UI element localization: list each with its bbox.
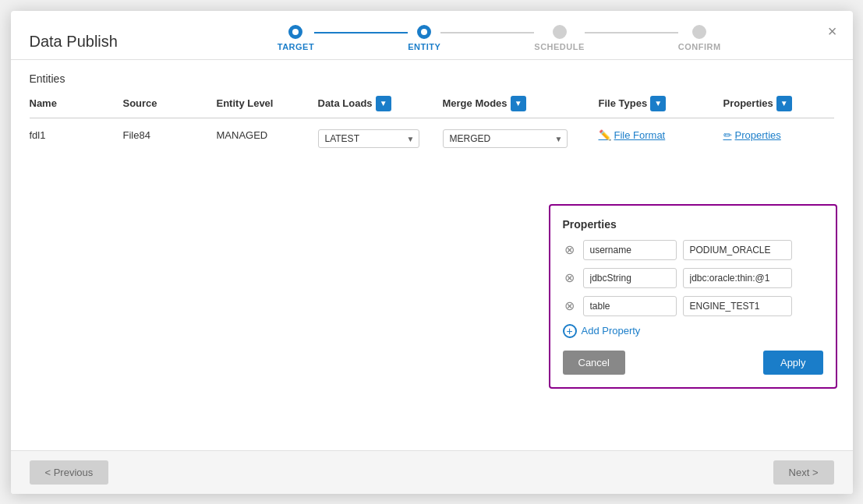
cell-data-load: LATEST ALL ▼ [318, 129, 443, 148]
step-label-entity[interactable]: ENTITY [408, 42, 440, 51]
header-file-types: File Types ▼ [599, 96, 723, 111]
property-value-2-input[interactable] [683, 296, 792, 316]
remove-property-0-button[interactable]: ⊗ [563, 242, 577, 257]
step-entity: ENTITY [408, 25, 440, 51]
header-name: Name [30, 96, 123, 111]
file-types-dropdown-arrow[interactable]: ▼ [650, 96, 666, 111]
step-schedule: SCHEDULE [534, 25, 585, 51]
modal-body: Entities Name Source Entity Level Data L… [11, 60, 853, 450]
step-target: TARGET [278, 25, 314, 51]
property-key-1-input[interactable] [583, 268, 677, 288]
header-properties: Properties ▼ [723, 96, 833, 111]
property-row-1: ⊗ [563, 268, 823, 288]
header-source: Source [123, 96, 217, 111]
header-merge-modes: Merge Modes ▼ [443, 96, 599, 111]
cell-entity-level: MANAGED [217, 129, 318, 141]
header-entity-level: Entity Level [217, 96, 318, 111]
data-loads-dropdown-arrow[interactable]: ▼ [376, 96, 391, 111]
add-property-label: Add Property [582, 325, 641, 337]
cell-properties: ✏ Properties [723, 129, 833, 141]
step-line-1 [314, 32, 408, 33]
step-confirm: CONFIRM [678, 25, 721, 51]
merge-mode-select-wrapper: MERGED FULL ▼ [443, 129, 568, 148]
data-load-select[interactable]: LATEST ALL [318, 129, 419, 148]
remove-property-2-button[interactable]: ⊗ [563, 298, 577, 313]
property-value-0-input[interactable] [683, 240, 792, 260]
panel-actions: Cancel Apply [563, 351, 823, 375]
cell-file-format: ✏️ File Format [599, 129, 723, 141]
step-circle-confirm [692, 25, 706, 39]
merge-mode-select[interactable]: MERGED FULL [443, 129, 568, 148]
file-format-link[interactable]: ✏️ File Format [599, 129, 666, 141]
cell-merge-mode: MERGED FULL ▼ [443, 129, 599, 148]
modal-header: Data Publish TARGET ENTITY SCHEDULE [11, 11, 853, 59]
remove-property-1-button[interactable]: ⊗ [563, 270, 577, 285]
header-data-loads: Data Loads ▼ [318, 96, 443, 111]
property-row-0: ⊗ [563, 240, 823, 260]
step-label-confirm[interactable]: CONFIRM [678, 42, 721, 51]
modal: Data Publish TARGET ENTITY SCHEDULE [11, 11, 853, 494]
properties-panel: Properties ⊗ ⊗ ⊗ + Add Pr [549, 204, 837, 389]
step-circle-schedule [553, 25, 567, 39]
property-key-2-input[interactable] [583, 296, 677, 316]
properties-panel-title: Properties [563, 218, 823, 231]
cell-name: fdl1 [30, 129, 123, 141]
add-property-button[interactable]: + Add Property [563, 324, 641, 338]
modal-title: Data Publish [30, 33, 118, 51]
table-header: Name Source Entity Level Data Loads ▼ Me… [30, 96, 834, 118]
step-circle-entity [417, 25, 431, 39]
close-button[interactable]: × [828, 23, 837, 39]
modal-footer: < Previous Next > [11, 450, 853, 494]
previous-button[interactable]: < Previous [30, 460, 109, 485]
cancel-button[interactable]: Cancel [563, 351, 625, 375]
merge-modes-dropdown-arrow[interactable]: ▼ [511, 96, 526, 111]
properties-dropdown-arrow[interactable]: ▼ [776, 96, 792, 111]
property-row-2: ⊗ [563, 296, 823, 316]
step-line-3 [585, 32, 678, 33]
property-key-0-input[interactable] [583, 240, 677, 260]
properties-link[interactable]: ✏ Properties [723, 129, 781, 141]
step-label-target[interactable]: TARGET [278, 42, 314, 51]
step-circle-target [288, 25, 302, 39]
table-row: fdl1 File84 MANAGED LATEST ALL ▼ [30, 125, 834, 153]
pencil-icon: ✏ [723, 129, 732, 141]
entities-section-title: Entities [30, 72, 834, 85]
apply-button[interactable]: Apply [763, 351, 823, 375]
step-line-2 [440, 32, 534, 33]
edit-icon: ✏️ [599, 129, 611, 141]
cell-source: File84 [123, 129, 217, 141]
next-button[interactable]: Next > [773, 460, 834, 485]
wizard-steps: TARGET ENTITY SCHEDULE CONFIRM [164, 25, 834, 59]
data-load-select-wrapper: LATEST ALL ▼ [318, 129, 419, 148]
add-icon: + [563, 324, 577, 338]
property-value-1-input[interactable] [683, 268, 792, 288]
step-label-schedule[interactable]: SCHEDULE [534, 42, 585, 51]
